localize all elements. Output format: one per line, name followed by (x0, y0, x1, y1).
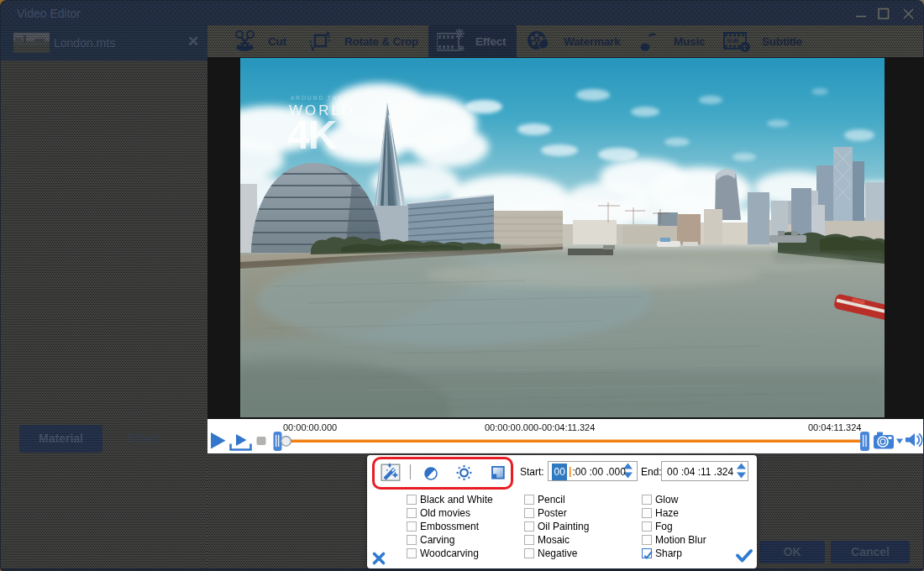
svg-text:4K: 4K (287, 113, 338, 157)
svg-text:AROUND THE: AROUND THE (291, 95, 344, 101)
svg-text:T: T (743, 44, 748, 52)
svg-text:SUB: SUB (727, 38, 738, 44)
